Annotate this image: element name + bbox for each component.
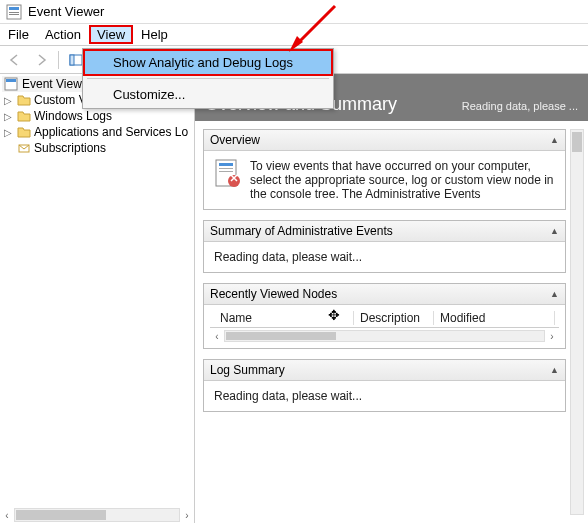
panel-recent-body: Name Description Modified ✥ ‹ › <box>204 305 565 348</box>
panel-summary: Summary of Administrative Events ▲ Readi… <box>203 220 566 273</box>
svg-rect-3 <box>9 14 19 15</box>
menu-customize[interactable]: Customize... <box>83 81 333 108</box>
collapse-icon[interactable]: ▲ <box>550 365 559 375</box>
menu-view[interactable]: View <box>89 25 133 44</box>
panel-summary-header[interactable]: Summary of Administrative Events ▲ <box>204 221 565 242</box>
panel-overview-body: To view events that have occurred on you… <box>204 151 565 209</box>
collapse-icon[interactable]: ▲ <box>550 226 559 236</box>
expand-icon[interactable]: ▷ <box>4 111 14 122</box>
svg-point-17 <box>228 175 240 187</box>
panel-title: Log Summary <box>210 363 285 377</box>
panel-title: Recently Viewed Nodes <box>210 287 337 301</box>
svg-rect-11 <box>6 79 16 82</box>
svg-rect-2 <box>9 12 19 13</box>
recent-h-scrollbar[interactable]: ‹ › <box>210 328 559 344</box>
back-button[interactable] <box>4 49 26 71</box>
tree-item-label: Windows Logs <box>34 109 112 123</box>
console-tree: Event Viewer ▷ Custom Views ▷ Windows Lo… <box>0 74 195 523</box>
panel-title: Summary of Administrative Events <box>210 224 393 238</box>
event-viewer-icon <box>4 77 18 91</box>
collapse-icon[interactable]: ▲ <box>550 135 559 145</box>
tree-h-scrollbar[interactable]: ‹ › <box>0 507 194 523</box>
main-v-scrollbar[interactable] <box>570 129 584 515</box>
menu-help[interactable]: Help <box>133 25 176 44</box>
tree-item-windows-logs[interactable]: ▷ Windows Logs <box>2 108 192 124</box>
expand-icon[interactable]: ▷ <box>4 95 14 106</box>
svg-rect-15 <box>219 168 233 169</box>
panel-recent-header[interactable]: Recently Viewed Nodes ▲ <box>204 284 565 305</box>
menu-file[interactable]: File <box>0 25 37 44</box>
toolbar-separator <box>58 51 59 69</box>
view-menu-dropdown: Show Analytic and Debug Logs Customize..… <box>82 48 334 109</box>
panel-overview-header[interactable]: Overview ▲ <box>204 130 565 151</box>
scroll-right-arrow[interactable]: › <box>545 331 559 342</box>
main-pane: Overview and Summary Reading data, pleas… <box>195 74 588 523</box>
panel-log-summary: Log Summary ▲ Reading data, please wait.… <box>203 359 566 412</box>
overview-icon <box>214 159 240 189</box>
panels-column: Overview ▲ To view events that have occu… <box>203 129 566 515</box>
expand-icon[interactable]: ▷ <box>4 127 14 138</box>
menu-separator <box>87 78 329 79</box>
subscriptions-icon <box>17 141 31 155</box>
window-title: Event Viewer <box>28 4 104 19</box>
folder-icon <box>17 109 31 123</box>
scroll-left-arrow[interactable]: ‹ <box>0 510 14 521</box>
svg-rect-16 <box>219 171 233 172</box>
panel-log-summary-header[interactable]: Log Summary ▲ <box>204 360 565 381</box>
panel-summary-body: Reading data, please wait... <box>204 242 565 272</box>
folder-icon <box>17 125 31 139</box>
main-body: Overview ▲ To view events that have occu… <box>195 121 588 523</box>
overview-text: To view events that have occurred on you… <box>250 159 555 201</box>
collapse-icon[interactable]: ▲ <box>550 289 559 299</box>
scroll-thumb[interactable] <box>572 132 582 152</box>
tree-item-applications-services[interactable]: ▷ Applications and Services Lo <box>2 124 192 140</box>
panel-title: Overview <box>210 133 260 147</box>
app-icon <box>6 4 22 20</box>
scroll-track[interactable] <box>14 508 180 522</box>
tree-item-label: Applications and Services Lo <box>34 125 188 139</box>
status-text: Reading data, please ... <box>462 100 578 112</box>
tree-item-subscriptions[interactable]: Subscriptions <box>2 140 192 156</box>
recent-columns: Name Description Modified ✥ <box>210 309 559 328</box>
tree-item-label: Subscriptions <box>34 141 106 155</box>
scroll-left-arrow[interactable]: ‹ <box>210 331 224 342</box>
panel-recent: Recently Viewed Nodes ▲ Name Description… <box>203 283 566 349</box>
col-description[interactable]: Description <box>354 311 434 325</box>
svg-rect-5 <box>70 55 74 65</box>
forward-button[interactable] <box>30 49 52 71</box>
scroll-thumb[interactable] <box>16 510 106 520</box>
svg-line-8 <box>297 6 335 44</box>
menu-action[interactable]: Action <box>37 25 89 44</box>
scroll-thumb[interactable] <box>226 332 336 340</box>
scroll-right-arrow[interactable]: › <box>180 510 194 521</box>
svg-rect-14 <box>219 163 233 166</box>
panel-overview: Overview ▲ To view events that have occu… <box>203 129 566 210</box>
svg-rect-1 <box>9 7 19 10</box>
content-area: Event Viewer ▷ Custom Views ▷ Windows Lo… <box>0 74 588 523</box>
summary-text: Reading data, please wait... <box>214 250 362 264</box>
annotation-arrow <box>285 2 345 54</box>
move-cursor-icon: ✥ <box>328 307 340 323</box>
folder-icon <box>17 93 31 107</box>
col-modified[interactable]: Modified <box>434 311 555 325</box>
logsum-text: Reading data, please wait... <box>214 389 362 403</box>
panel-log-summary-body: Reading data, please wait... <box>204 381 565 411</box>
scroll-track[interactable] <box>224 330 545 342</box>
